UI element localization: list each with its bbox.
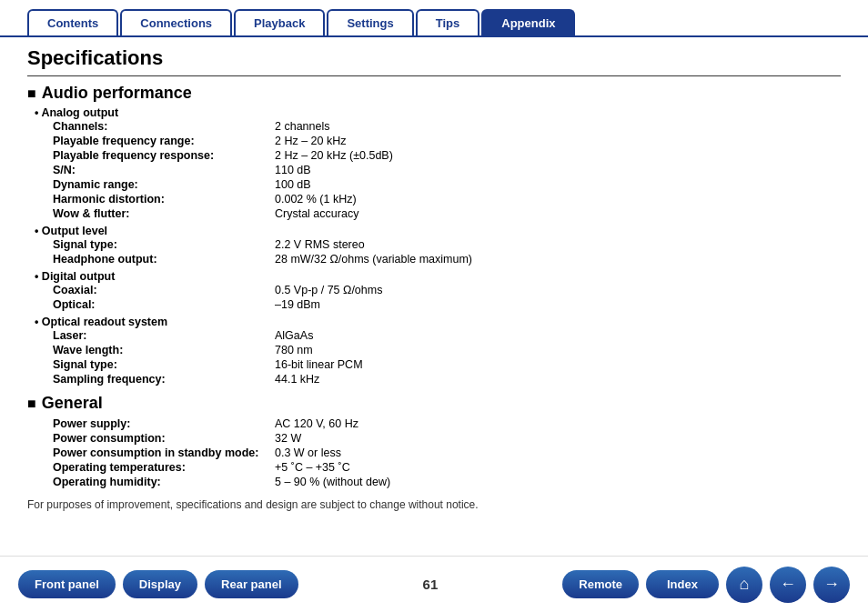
forward-button[interactable]: →	[813, 567, 850, 603]
table-row: Wow & flutter:Crystal accuracy	[35, 206, 848, 221]
section-audio: Audio performance	[27, 84, 841, 103]
spec-table-analog: Channels:2 channels Playable frequency r…	[35, 119, 848, 221]
subsection-optical: Optical readout system	[35, 316, 841, 328]
page-number: 61	[423, 577, 439, 592]
table-row: Sampling frequency:44.1 kHz	[35, 372, 848, 386]
tab-playback[interactable]: Playback	[234, 9, 325, 35]
table-row: Playable frequency range:2 Hz – 20 kHz	[35, 134, 848, 148]
back-button[interactable]: ←	[770, 567, 806, 603]
display-button[interactable]: Display	[123, 570, 197, 598]
table-row: Channels:2 channels	[35, 119, 848, 134]
table-row: Playable frequency response:2 Hz – 20 kH…	[35, 148, 848, 163]
rear-panel-button[interactable]: Rear panel	[205, 570, 298, 598]
table-row: Harmonic distortion:0.002 % (1 kHz)	[35, 192, 848, 206]
table-row: Coaxial:0.5 Vp-p / 75 Ω/ohms	[35, 283, 848, 297]
home-icon: ⌂	[740, 575, 750, 594]
footnote: For purposes of improvement, specificati…	[27, 498, 841, 511]
table-row: Power consumption in standby mode:0.3 W …	[35, 446, 848, 460]
page-title: Specifications	[27, 46, 841, 76]
back-arrow-icon: ←	[780, 575, 796, 594]
spec-table-general: Power supply:AC 120 V, 60 Hz Power consu…	[35, 416, 848, 489]
nav-left: Front panel Display Rear panel	[18, 570, 298, 598]
subsection-digital: Digital output	[35, 270, 841, 283]
table-row: Dynamic range:100 dB	[35, 177, 848, 192]
table-row: Headphone output:28 mW/32 Ω/ohms (variab…	[35, 252, 848, 266]
spec-table-output: Signal type:2.2 V RMS stereo Headphone o…	[35, 237, 848, 266]
tab-bar: Contents Connections Playback Settings T…	[0, 0, 868, 37]
bottom-nav: Front panel Display Rear panel 61 Remote…	[0, 556, 868, 612]
subsection-output-level: Output level	[35, 225, 841, 237]
remote-button[interactable]: Remote	[562, 570, 639, 598]
table-row: Signal type:2.2 V RMS stereo	[35, 237, 848, 252]
section-general: General	[27, 394, 841, 413]
table-row: S/N:110 dB	[35, 163, 848, 177]
tab-settings[interactable]: Settings	[327, 9, 413, 35]
main-content: Specifications Audio performance Analog …	[0, 37, 868, 556]
table-row: Wave length:780 nm	[35, 343, 848, 357]
subsection-analog: Analog output	[35, 106, 841, 119]
tab-contents[interactable]: Contents	[27, 9, 118, 35]
table-row: Signal type:16-bit linear PCM	[35, 357, 848, 372]
forward-arrow-icon: →	[823, 575, 840, 594]
index-button[interactable]: Index	[646, 570, 719, 598]
tab-connections[interactable]: Connections	[120, 9, 232, 35]
table-row: Power supply:AC 120 V, 60 Hz	[35, 416, 848, 431]
spec-table-digital: Coaxial:0.5 Vp-p / 75 Ω/ohms Optical:–19…	[35, 283, 848, 312]
table-row: Operating temperatures:+5 ˚C – +35 ˚C	[35, 460, 848, 475]
front-panel-button[interactable]: Front panel	[18, 570, 116, 598]
table-row: Laser:AlGaAs	[35, 328, 848, 343]
table-row: Power consumption:32 W	[35, 431, 848, 446]
tab-appendix[interactable]: Appendix	[481, 9, 575, 35]
nav-right: Remote Index ⌂ ← →	[562, 567, 850, 603]
home-button[interactable]: ⌂	[726, 567, 762, 603]
spec-table-optical: Laser:AlGaAs Wave length:780 nm Signal t…	[35, 328, 848, 386]
table-row: Operating humidity:5 – 90 % (without dew…	[35, 475, 848, 489]
tab-tips[interactable]: Tips	[416, 9, 480, 35]
table-row: Optical:–19 dBm	[35, 297, 848, 312]
